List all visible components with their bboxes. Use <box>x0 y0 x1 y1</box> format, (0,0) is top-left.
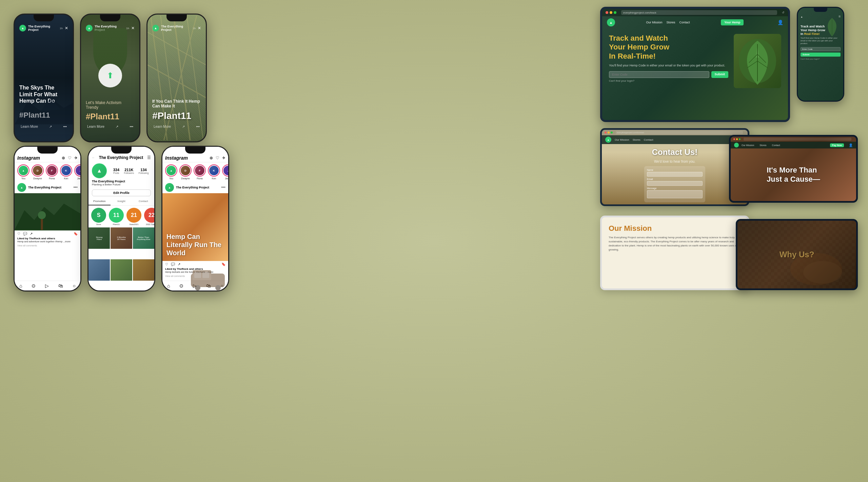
story-avatar-you-2[interactable]: ▲ You <box>165 164 177 180</box>
contact-url-bar[interactable]: everythingproject.com/contact <box>616 131 743 134</box>
story2-share-icon[interactable]: ↗ <box>116 125 118 128</box>
share-icon-2[interactable]: ↗ <box>178 262 180 266</box>
right-section: everythingproject.com/track ↺ ▲ Our Miss… <box>600 7 858 290</box>
contact-nav-contact[interactable]: Contact <box>644 138 653 141</box>
profile-tabs: Promotion Insight Contact <box>88 198 154 206</box>
tab-insight[interactable]: Insight <box>111 198 133 205</box>
add-post-icon-2[interactable]: ⊕ <box>210 156 213 160</box>
tab-contact[interactable]: Contact <box>132 198 154 205</box>
favorite-icon-2[interactable]: ♡ <box>216 156 219 160</box>
cause-pay-button[interactable]: Pay Now <box>830 143 844 147</box>
grid-photo-5[interactable] <box>111 259 132 281</box>
contact-dot-green[interactable] <box>611 132 613 134</box>
story-avatar-james-2[interactable]: J Jam... <box>222 164 228 180</box>
highlight-stats-text: 21 <box>131 212 137 218</box>
story1-more-icon[interactable]: ••• <box>63 125 67 128</box>
cause-url-bar[interactable] <box>744 138 851 141</box>
shop-nav-icon[interactable]: 🛍 <box>58 283 63 288</box>
comment-icon-2[interactable]: 💬 <box>171 262 175 266</box>
story-avatar-fiona-2[interactable]: F Fiona <box>194 164 206 180</box>
message-icon[interactable]: ✈ <box>74 156 78 160</box>
story-avatar-ken-2[interactable]: K Ken <box>208 164 220 180</box>
form-input-email[interactable] <box>647 181 703 186</box>
story-avatar-dwayne[interactable]: D Dwayne <box>32 164 44 180</box>
story2-learn-more[interactable]: Learn More <box>87 125 104 128</box>
post-more-icon-2[interactable]: ••• <box>221 185 225 190</box>
grid-photo-6[interactable] <box>133 259 154 281</box>
story1-share-icon[interactable]: ↗ <box>49 125 52 128</box>
like-icon-2[interactable]: ♡ <box>165 262 168 266</box>
bookmark-icon[interactable]: 🔖 <box>74 232 78 236</box>
login-link[interactable]: Can't find your login? <box>609 79 728 82</box>
back-arrow[interactable]: ← <box>92 156 95 159</box>
story2-more-icon[interactable]: ••• <box>130 125 133 128</box>
nav-link-contact[interactable]: Contact <box>679 21 690 24</box>
story-avatar-james[interactable]: J Jam... <box>74 164 80 180</box>
browser-reload-icon[interactable]: ↺ <box>782 11 785 14</box>
profile-username: The Everything Project <box>99 155 143 160</box>
highlight-plant11[interactable]: 11 Plant11 <box>109 208 124 225</box>
grid-photo-3[interactable]: Better ThanAnything Else <box>133 227 154 249</box>
site-cta-button[interactable]: Your Hemp <box>721 19 744 25</box>
nav-link-mission[interactable]: Our Mission <box>646 21 663 24</box>
grid-photo-2[interactable]: 3 Months20 Years <box>111 227 132 249</box>
story-avatar-dwayne-2[interactable]: D Dwayne <box>179 164 192 180</box>
edit-profile-button[interactable]: Edit Profile <box>92 189 151 196</box>
story-avatar-you[interactable]: ▲ You <box>17 164 29 180</box>
contact-dot-red[interactable] <box>605 132 607 134</box>
small-submit-button[interactable]: Submit <box>801 53 841 57</box>
share-icon[interactable]: ↗ <box>30 232 33 236</box>
browser-dot-yellow[interactable] <box>610 11 612 14</box>
story2-close-icon[interactable]: ✕ <box>131 26 135 31</box>
grid-photo-1[interactable]: StrongFibre <box>88 227 110 249</box>
contact-dot-yellow[interactable] <box>608 132 610 134</box>
instagram-feed-1: Instagram ⊕ ♡ ✈ ▲ You <box>15 147 80 290</box>
cause-nav-contact[interactable]: Contact <box>772 144 827 146</box>
submit-button[interactable]: Submit <box>711 71 729 78</box>
message-icon-2[interactable]: ✈ <box>222 156 225 160</box>
home-nav-icon-2[interactable]: ⌂ <box>167 283 170 288</box>
code-input[interactable] <box>609 71 709 78</box>
small-code-input[interactable]: Enter Code <box>801 47 841 51</box>
cause-nav-mission[interactable]: Our Mission <box>742 144 754 146</box>
profile-menu-icon[interactable]: ☰ <box>147 155 151 160</box>
highlight-stats[interactable]: 21 Stats2021 <box>126 208 141 225</box>
form-input-message[interactable] <box>647 190 703 198</box>
post-view-comments-1[interactable]: View all comments <box>15 244 80 248</box>
story-avatar-ken[interactable]: K Ken <box>60 164 72 180</box>
form-input-name[interactable] <box>647 172 703 177</box>
cause-dot-green[interactable] <box>739 138 741 140</box>
profile-nav-icon[interactable]: ○ <box>73 283 75 288</box>
hemp-post-image: Hemp Can Literally Run The World <box>162 193 228 261</box>
browser-dot-red[interactable] <box>606 11 608 14</box>
search-nav-icon-2[interactable]: ⊙ <box>179 283 183 288</box>
story1-learn-more[interactable]: Learn More <box>21 125 38 128</box>
browser-url-bar[interactable]: everythingproject.com/track <box>621 10 777 15</box>
browser-dot-green[interactable] <box>614 11 616 14</box>
search-nav-icon[interactable]: ⊙ <box>32 283 36 288</box>
cause-nav-stores[interactable]: Stores <box>760 144 766 146</box>
tab-promotion[interactable]: Promotion <box>88 198 111 205</box>
post-header-2: ▲ The Everything Project ••• <box>162 182 228 193</box>
story-avatar-fiona[interactable]: F Fiona <box>46 164 58 180</box>
cause-user-icon[interactable]: 👤 <box>849 143 853 147</box>
nav-link-stores[interactable]: Stores <box>667 21 675 24</box>
comment-icon[interactable]: 💬 <box>23 232 27 236</box>
cause-dot-red[interactable] <box>733 138 735 140</box>
post-more-icon-1[interactable]: ••• <box>73 185 78 190</box>
contact-nav-stores[interactable]: Stores <box>633 138 640 141</box>
like-icon[interactable]: ♡ <box>17 232 20 236</box>
highlight-store[interactable]: S Store <box>91 208 106 225</box>
avatar-label-james: Jam... <box>77 177 80 180</box>
highlight-trends[interactable]: 22 2022 Trends <box>144 208 154 225</box>
reels-nav-icon[interactable]: ▷ <box>45 283 49 288</box>
small-login-link[interactable]: Can't find your login? <box>801 58 841 60</box>
user-icon[interactable]: 👤 <box>777 20 783 25</box>
home-nav-icon[interactable]: ⌂ <box>19 283 22 288</box>
story1-close-icon[interactable]: ✕ <box>65 26 68 31</box>
favorite-icon[interactable]: ♡ <box>68 156 72 160</box>
cause-dot-yellow[interactable] <box>736 138 738 140</box>
contact-nav-mission[interactable]: Our Mission <box>615 138 629 141</box>
add-post-icon[interactable]: ⊕ <box>62 156 65 160</box>
grid-photo-4[interactable] <box>88 259 110 281</box>
